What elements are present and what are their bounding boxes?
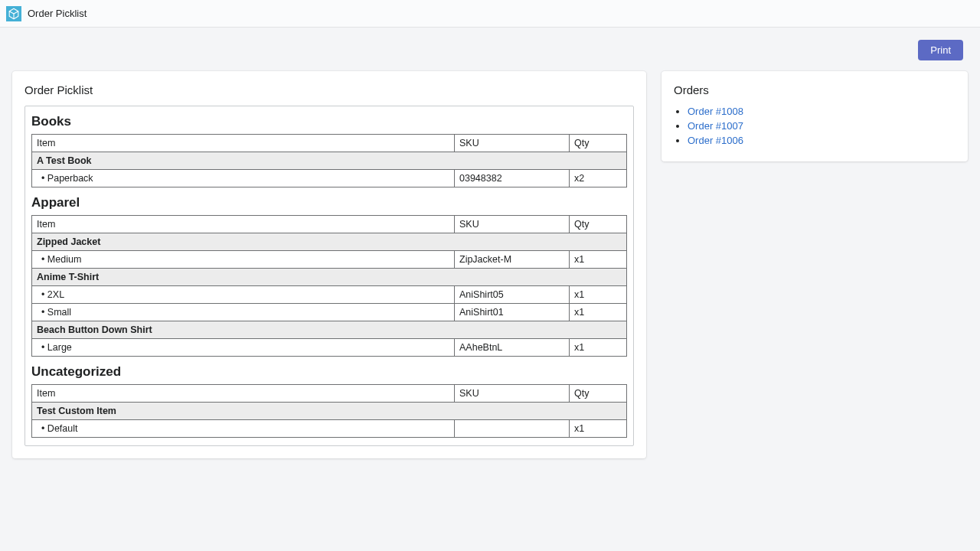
picklist-card: Order Picklist BooksItemSKUQtyA Test Boo… — [12, 71, 646, 458]
column-header-sku: SKU — [455, 385, 570, 403]
column-header-item: Item — [32, 135, 455, 152]
variant-row: • LargeAAheBtnLx1 — [32, 339, 627, 357]
product-row: Beach Button Down Shirt — [32, 321, 627, 339]
variant-sku — [455, 420, 570, 438]
picklist-box: BooksItemSKUQtyA Test Book• Paperback039… — [24, 106, 634, 446]
picklist-table: ItemSKUQtyZipped Jacket• MediumZipJacket… — [31, 215, 627, 357]
product-row: Test Custom Item — [32, 403, 627, 420]
category-title: Apparel — [31, 195, 627, 210]
product-name: Zipped Jacket — [32, 233, 627, 251]
category-title: Books — [31, 114, 627, 129]
product-name: Beach Button Down Shirt — [32, 321, 627, 339]
variant-name: • Medium — [32, 251, 455, 269]
product-row: A Test Book — [32, 152, 627, 170]
variant-qty: x1 — [570, 339, 627, 357]
variant-sku: AniShirt01 — [455, 304, 570, 321]
category-title: Uncategorized — [31, 364, 627, 380]
variant-qty: x1 — [570, 251, 627, 269]
column-header-qty: Qty — [570, 216, 627, 233]
variant-sku: ZipJacket-M — [455, 251, 570, 269]
variant-name: • 2XL — [32, 286, 455, 304]
app-logo-icon — [6, 6, 21, 21]
picklist-table: ItemSKUQtyTest Custom Item• Defaultx1 — [31, 384, 627, 438]
product-name: A Test Book — [32, 152, 627, 170]
column-header-qty: Qty — [570, 135, 627, 152]
variant-row: • SmallAniShirt01x1 — [32, 304, 627, 321]
product-name: Test Custom Item — [32, 403, 627, 420]
variant-sku: AAheBtnL — [455, 339, 570, 357]
orders-list-item: Order #1007 — [688, 120, 956, 132]
orders-list-item: Order #1006 — [688, 135, 956, 146]
column-header-sku: SKU — [455, 135, 570, 152]
picklist-heading: Order Picklist — [24, 83, 634, 96]
orders-list: Order #1008Order #1007Order #1006 — [674, 106, 956, 146]
picklist-table: ItemSKUQtyA Test Book• Paperback03948382… — [31, 134, 627, 187]
variant-name: • Small — [32, 304, 455, 321]
order-link[interactable]: Order #1006 — [688, 135, 743, 146]
variant-row: • Paperback03948382x2 — [32, 170, 627, 187]
variant-row: • Defaultx1 — [32, 420, 627, 438]
app-title: Order Picklist — [28, 8, 87, 19]
column-header-item: Item — [32, 385, 455, 403]
variant-qty: x1 — [570, 420, 627, 438]
variant-row: • 2XLAniShirt05x1 — [32, 286, 627, 304]
column-header-qty: Qty — [570, 385, 627, 403]
column-header-sku: SKU — [455, 216, 570, 233]
print-button[interactable]: Print — [918, 40, 963, 60]
order-link[interactable]: Order #1008 — [688, 106, 743, 117]
product-name: Anime T-Shirt — [32, 269, 627, 286]
variant-sku: 03948382 — [455, 170, 570, 187]
variant-qty: x2 — [570, 170, 627, 187]
variant-qty: x1 — [570, 286, 627, 304]
variant-row: • MediumZipJacket-Mx1 — [32, 251, 627, 269]
variant-name: • Large — [32, 339, 455, 357]
orders-card: Orders Order #1008Order #1007Order #1006 — [662, 71, 968, 161]
topbar: Order Picklist — [0, 0, 980, 28]
variant-name: • Default — [32, 420, 455, 438]
column-header-item: Item — [32, 216, 455, 233]
actions-bar: Print — [12, 40, 968, 60]
variant-sku: AniShirt05 — [455, 286, 570, 304]
variant-qty: x1 — [570, 304, 627, 321]
product-row: Anime T-Shirt — [32, 269, 627, 286]
orders-heading: Orders — [674, 83, 956, 96]
variant-name: • Paperback — [32, 170, 455, 187]
product-row: Zipped Jacket — [32, 233, 627, 251]
order-link[interactable]: Order #1007 — [688, 120, 743, 132]
orders-list-item: Order #1008 — [688, 106, 956, 117]
